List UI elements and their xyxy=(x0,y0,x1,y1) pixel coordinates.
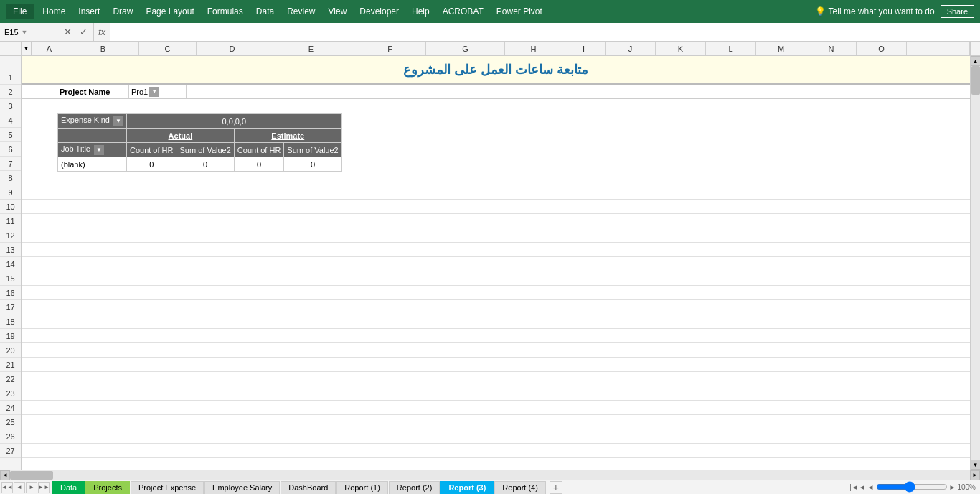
row-num-20: 20 xyxy=(0,343,21,358)
row-num-25: 25 xyxy=(0,415,21,429)
tab-projects[interactable]: Projects xyxy=(85,481,130,494)
blank-sum-value2-actual: 0 xyxy=(176,157,234,172)
count-hr-actual-header: Count of HR xyxy=(126,143,176,157)
grid-body: 1 2 3 4 5 6 7 8 9 10 11 12 13 14 15 16 1… xyxy=(0,56,980,470)
job-title-dropdown[interactable]: ▼ xyxy=(94,145,104,155)
menu-items: Home Insert Draw Page Layout Formulas Da… xyxy=(37,4,548,19)
col-header-o: O xyxy=(857,42,907,55)
blank-count-hr-estimate: 0 xyxy=(234,157,284,172)
pivot-row-5: Expense Kind ▼ 0,0,0,0 xyxy=(58,114,342,129)
col-header-g: G xyxy=(426,42,505,55)
row-num-1: 1 xyxy=(0,70,21,85)
col-header-f: F xyxy=(354,42,426,55)
pivot-table-container: Expense Kind ▼ 0,0,0,0 Actual xyxy=(57,113,342,172)
tab-dashboard[interactable]: DashBoard xyxy=(281,481,336,494)
project-name-value-cell: Pro1 ▼ xyxy=(129,85,187,98)
h-scroll-thumb[interactable] xyxy=(10,471,53,480)
name-box[interactable]: E15 ▼ xyxy=(0,23,57,41)
grid-lines xyxy=(22,171,970,470)
tab-report-1[interactable]: Report (1) xyxy=(336,481,388,494)
lightbulb-icon: 💡 xyxy=(815,6,826,17)
col-header-i: I xyxy=(562,42,606,55)
tab-data[interactable]: Data xyxy=(52,481,85,494)
scroll-track[interactable] xyxy=(971,66,980,460)
row-num-21: 21 xyxy=(0,358,21,372)
tab-nav-last[interactable]: ►► xyxy=(38,482,50,493)
home-menu[interactable]: Home xyxy=(37,4,71,19)
share-button[interactable]: Share xyxy=(941,5,974,18)
row-numbers: 1 2 3 4 5 6 7 8 9 10 11 12 13 14 15 16 1… xyxy=(0,56,22,470)
tab-report-2[interactable]: Report (2) xyxy=(389,481,440,494)
row-num-16: 16 xyxy=(0,286,21,300)
add-sheet-btn[interactable]: + xyxy=(550,481,562,494)
formula-input[interactable] xyxy=(110,23,980,41)
row-num-27: 27 xyxy=(0,444,21,458)
col-header-n: N xyxy=(806,42,857,55)
title-bar: File Home Insert Draw Page Layout Formul… xyxy=(0,0,980,23)
expense-kind-header: Expense Kind ▼ xyxy=(58,114,127,129)
col-header-k: K xyxy=(656,42,706,55)
right-scrollbar[interactable]: ▲ ▼ xyxy=(970,56,980,470)
scroll-left-btn[interactable]: ◄ xyxy=(0,470,10,480)
row6-empty xyxy=(58,129,127,143)
confirm-formula-btn[interactable]: ✓ xyxy=(76,27,90,37)
row-num-23: 23 xyxy=(0,386,21,401)
page-layout-menu[interactable]: Page Layout xyxy=(140,4,199,19)
actual-header: Actual xyxy=(126,129,234,143)
project-name-row: Project Name Pro1 ▼ xyxy=(22,85,970,99)
row-num-8: 8 xyxy=(0,171,21,185)
expense-kind-dropdown[interactable]: ▼ xyxy=(113,116,123,126)
blank-row-label: (blank) xyxy=(58,157,127,172)
h-scroll-track[interactable] xyxy=(10,470,970,480)
scroll-down-btn[interactable]: ▼ xyxy=(971,460,981,470)
row-num-5: 5 xyxy=(0,128,21,142)
tab-employee-salary[interactable]: Employee Salary xyxy=(204,481,280,494)
estimate-header: Estimate xyxy=(234,129,341,143)
review-menu[interactable]: Review xyxy=(281,4,321,19)
scroll-thumb[interactable] xyxy=(971,66,980,95)
tab-nav-prev[interactable]: ◄ xyxy=(14,482,25,493)
select-all-btn[interactable]: ▼ xyxy=(22,42,32,55)
tab-nav-first[interactable]: ◄◄ xyxy=(1,482,13,493)
row-num-17: 17 xyxy=(0,300,21,314)
status-bar-right: |◄◄ ◄ ► 100% xyxy=(849,483,980,491)
row-num-19: 19 xyxy=(0,329,21,343)
pivot-row-6: Actual Estimate xyxy=(58,129,342,143)
help-menu[interactable]: Help xyxy=(406,4,435,19)
count-hr-estimate-header: Count of HR xyxy=(234,143,284,157)
empty-grid-area xyxy=(22,171,970,470)
acrobat-menu[interactable]: ACROBAT xyxy=(437,4,489,19)
pivot-row-7: Job Title ▼ Count of HR Sum of Value2 Co… xyxy=(58,143,342,157)
tab-report-3[interactable]: Report (3) xyxy=(440,481,494,494)
formulas-menu[interactable]: Formulas xyxy=(202,4,249,19)
cancel-formula-btn[interactable]: ✕ xyxy=(60,27,75,37)
row-num-26: 26 xyxy=(0,429,21,444)
scroll-up-btn[interactable]: ▲ xyxy=(971,56,981,66)
col-header-h: H xyxy=(505,42,562,55)
row-num-14: 14 xyxy=(0,257,21,271)
data-menu[interactable]: Data xyxy=(250,4,280,19)
power-pivot-menu[interactable]: Power Pivot xyxy=(491,4,548,19)
grid-content: مستقل متابعة ساعات العمل على المشروع Pro… xyxy=(22,56,980,470)
row-num-22: 22 xyxy=(0,372,21,386)
fx-symbol: fx xyxy=(94,27,110,37)
developer-menu[interactable]: Developer xyxy=(354,4,405,19)
draw-menu[interactable]: Draw xyxy=(107,4,138,19)
zoom-slider[interactable] xyxy=(876,483,948,490)
file-menu[interactable]: File xyxy=(6,4,34,19)
project-dropdown-btn[interactable]: ▼ xyxy=(149,87,159,97)
bottom-scrollbar: ◄ ► xyxy=(0,470,980,480)
sheet-tabs-bar: ◄◄ ◄ ► ►► Data Projects Project Expense … xyxy=(0,480,980,494)
row-num-header-top xyxy=(0,42,22,55)
view-menu[interactable]: View xyxy=(323,4,353,19)
values-header: 0,0,0,0 xyxy=(126,114,341,129)
tab-nav-next[interactable]: ► xyxy=(26,482,37,493)
insert-menu[interactable]: Insert xyxy=(72,4,105,19)
project-name-label: Project Name xyxy=(57,85,129,98)
tell-me-text[interactable]: Tell me what you want to do xyxy=(829,6,935,17)
tab-report-4[interactable]: Report (4) xyxy=(494,481,546,494)
col-header-j: J xyxy=(606,42,656,55)
tab-project-expense[interactable]: Project Expense xyxy=(131,481,204,494)
scroll-right-btn[interactable]: ► xyxy=(970,470,980,480)
page-indicators: |◄◄ ◄ ► 100% xyxy=(849,483,976,491)
